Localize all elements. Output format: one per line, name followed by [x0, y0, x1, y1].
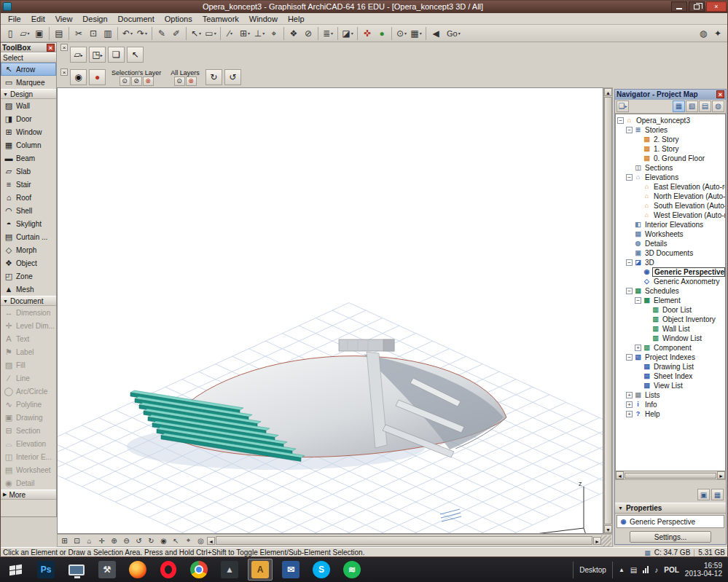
viewport-vertical-scrollbar[interactable]: ▲ ▼ — [603, 87, 613, 534]
trace-reference-button[interactable]: ◪▾ — [340, 26, 355, 41]
properties-header[interactable]: ▼ Properties — [615, 503, 726, 514]
tree-item-elevations[interactable]: −⌂Elevations — [616, 173, 725, 182]
selection-layer-hide-icon[interactable]: ⊘ — [131, 76, 142, 86]
toolbox-close-icon[interactable]: × — [47, 44, 55, 52]
tree-item-generic-perspective[interactable]: ◉Generic Perspective — [616, 267, 725, 277]
settings-button[interactable]: Settings... — [630, 531, 711, 543]
tree-item-wall-list[interactable]: ▥Wall List — [616, 324, 725, 334]
tree-expander-icon[interactable]: + — [635, 345, 641, 351]
next-view-button[interactable]: ↻ — [145, 535, 157, 546]
autogroup-button[interactable]: ❖ — [286, 26, 301, 41]
menu-options[interactable]: Options — [160, 14, 197, 24]
tree-scroll-right-icon[interactable]: ► — [717, 471, 725, 479]
selection-layer-lock-icon[interactable]: ⊗ — [143, 76, 154, 86]
tree-scroll-left-icon[interactable]: ◄ — [616, 471, 624, 479]
tree-item-sections[interactable]: ◫Sections — [616, 163, 725, 173]
selection-layer-show-icon[interactable]: ⊙ — [120, 76, 130, 86]
tree-item-info[interactable]: +iInfo — [616, 400, 725, 409]
navigator-close-icon[interactable]: × — [716, 90, 724, 98]
menu-help[interactable]: Help — [283, 14, 310, 24]
tree-item-west-elevation-auto-re[interactable]: ⌂West Elevation (Auto-re... — [616, 211, 725, 220]
publish-button[interactable]: ◍ — [696, 26, 711, 41]
all-layers-show-icon[interactable]: ⊙ — [174, 76, 185, 86]
taskbar-skype[interactable]: S — [309, 559, 334, 581]
tool-drawing[interactable]: ▣Drawing — [1, 411, 56, 424]
3d-orbit-button[interactable]: ● — [375, 26, 389, 41]
new-button[interactable]: ▯ — [3, 26, 17, 41]
tree-scroll-thumb[interactable] — [625, 473, 716, 479]
taskbar-dev-tool[interactable]: ⚒ — [95, 559, 120, 581]
toolbox-section-document[interactable]: ▼Document — [1, 296, 56, 306]
tool-curtain[interactable]: ▤Curtain ... — [1, 230, 56, 243]
tree-item-component[interactable]: +▥Component — [616, 343, 725, 353]
arrow-tool-button[interactable]: ↖▾ — [189, 26, 203, 41]
undo-layer-action-icon[interactable]: ↺ — [224, 69, 241, 85]
tool-section[interactable]: ⊟Section — [1, 424, 56, 437]
tool-dimension[interactable]: ↔Dimension — [1, 306, 56, 319]
tool-level-dim[interactable]: ✛Level Dim... — [1, 319, 56, 332]
action-center-icon[interactable]: ▤ — [630, 566, 637, 574]
tool-object[interactable]: ❖Object — [1, 256, 56, 270]
tree-item-generic-axonometry[interactable]: ◇Generic Axonometry — [616, 277, 725, 286]
properties-value-row[interactable]: ◉ Generic Perspective — [617, 515, 724, 528]
tool-detail[interactable]: ◉Detail — [1, 476, 56, 489]
minimize-button[interactable] — [671, 1, 687, 12]
tree-expander-icon[interactable]: + — [626, 411, 633, 417]
desktop-toolbar[interactable]: Desktop — [573, 562, 613, 578]
menu-edit[interactable]: Edit — [26, 14, 50, 24]
tree-expander-icon[interactable]: + — [626, 401, 633, 408]
tool-arrow[interactable]: ↖Arrow — [1, 63, 56, 76]
pan-button[interactable]: ✛ — [95, 535, 108, 546]
tool-door[interactable]: ◨Door — [1, 112, 56, 125]
menu-view[interactable]: View — [50, 14, 78, 24]
tool-morph[interactable]: ◇Morph — [1, 243, 56, 256]
undo-button[interactable]: ↶▾ — [120, 26, 135, 41]
scroll-down-icon[interactable]: ▼ — [604, 525, 612, 533]
close-button[interactable]: × — [706, 1, 727, 12]
toolbox-header[interactable]: ToolBox × — [1, 43, 56, 52]
tool-stair[interactable]: ≡Stair — [1, 178, 56, 191]
home-button[interactable]: ⌂ — [83, 535, 95, 546]
quick-show-layer-button[interactable]: ◉ — [70, 69, 87, 85]
save-button[interactable]: ▣ — [32, 26, 47, 41]
menu-teamwork[interactable]: Teamwork — [197, 14, 244, 24]
tray-expand-icon[interactable]: ▲ — [619, 567, 625, 573]
orbit-button[interactable]: ◉ — [157, 535, 170, 546]
tool-column[interactable]: ▦Column — [1, 138, 56, 152]
tool-label[interactable]: ⚑Label — [1, 345, 56, 358]
tool-line[interactable]: ∕Line — [1, 371, 56, 385]
tool-interior-e[interactable]: ◫Interior E... — [1, 450, 56, 463]
tree-item-schedules[interactable]: −▤Schedules — [616, 286, 725, 296]
redo-layer-action-icon[interactable]: ↻ — [206, 69, 222, 85]
tree-expander-icon[interactable]: − — [626, 288, 633, 294]
tree-item-north-elevation-auto-r[interactable]: ⌂North Elevation (Auto-r... — [616, 192, 725, 201]
scroll-left-icon[interactable]: ◄ — [207, 537, 215, 545]
view-zoom-button[interactable]: ⊙▾ — [394, 26, 409, 41]
tool-slab[interactable]: ▱Slab — [1, 165, 56, 178]
tree-item-1-story[interactable]: ▤1. Story — [616, 144, 725, 154]
tree-expander-icon[interactable]: − — [626, 127, 633, 133]
tree-item-3d[interactable]: −◪3D — [616, 258, 725, 267]
viewport-3d[interactable]: z y x — [57, 87, 603, 534]
paste-button[interactable]: ▥ — [101, 26, 115, 41]
cursor-snap-button[interactable]: ⌖ — [267, 26, 281, 41]
taskbar-opera[interactable] — [156, 559, 181, 581]
tree-expander-icon[interactable]: − — [617, 117, 624, 124]
selection-options-button[interactable]: ◳▸ — [89, 47, 106, 63]
tree-item-project-indexes[interactable]: −▧Project Indexes — [616, 353, 725, 362]
tool-zone[interactable]: ◰Zone — [1, 270, 56, 283]
tree-item-element[interactable]: −▦Element — [616, 296, 725, 305]
project-map-button[interactable]: ▦ — [673, 101, 685, 112]
redo-button[interactable]: ↷▾ — [135, 26, 149, 41]
tool-arc-circle[interactable]: ◯Arc/Circle — [1, 385, 56, 398]
tree-item-3d-documents[interactable]: ▣3D Documents — [616, 248, 725, 258]
previous-view-button[interactable]: ↺ — [133, 535, 145, 546]
tree-item-view-list[interactable]: ▤View List — [616, 381, 725, 390]
menu-design[interactable]: Design — [77, 14, 112, 24]
archicad-app-icon[interactable] — [3, 2, 12, 11]
tree-item-window-list[interactable]: ▥Window List — [616, 334, 725, 343]
menu-document[interactable]: Document — [113, 14, 160, 24]
quick-layers-close-icon[interactable]: × — [60, 68, 68, 76]
tree-expander-icon[interactable]: − — [626, 174, 633, 181]
explore-model-button[interactable]: ↖ — [170, 535, 182, 546]
